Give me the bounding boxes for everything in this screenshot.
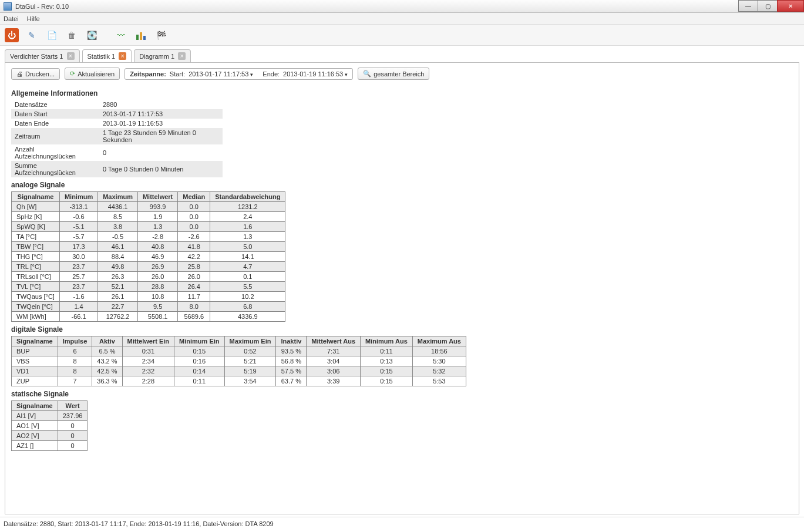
info-label: Anzahl Aufzeichnungslücken: [11, 144, 99, 161]
info-label: Datensätze: [11, 100, 99, 109]
value-cell: 56.8 %: [276, 356, 307, 366]
value-cell: 8: [58, 366, 92, 376]
column-header: Maximum Ein: [224, 336, 276, 346]
menu-help[interactable]: Hilfe: [27, 15, 40, 22]
value-cell: 12762.2: [98, 312, 138, 322]
trash-icon[interactable]: 🗑: [65, 28, 79, 42]
end-datetime-dropdown[interactable]: 2013-01-19 11:16:53: [283, 70, 348, 78]
print-label: Drucken...: [25, 70, 55, 78]
magnifier-icon: 🔍: [363, 70, 371, 78]
print-button[interactable]: 🖨 Drucken...: [11, 68, 60, 80]
value-cell: 26.0: [137, 272, 177, 282]
value-cell: 4336.9: [210, 312, 285, 322]
value-cell: 2.4: [210, 212, 285, 222]
section-static: statische Signale: [11, 390, 793, 398]
column-header: Inaktiv: [276, 336, 307, 346]
tab-statistik[interactable]: Statistik 1 ×: [82, 49, 132, 62]
value-cell: 9.5: [137, 302, 177, 312]
menu-file[interactable]: Datei: [4, 15, 19, 22]
signal-name-cell: TBW [°C]: [12, 242, 60, 252]
maximize-button[interactable]: ▢: [758, 0, 778, 12]
value-cell: 1.4: [59, 302, 97, 312]
value-cell: 0:14: [174, 366, 224, 376]
value-cell: 0:15: [174, 346, 224, 356]
table-row: TWQein [°C]1.422.79.58.06.8: [12, 302, 285, 312]
chevron-down-icon: [250, 70, 253, 78]
svg-rect-2: [143, 36, 146, 40]
column-header: Signalname: [12, 192, 60, 202]
value-cell: 10.8: [137, 292, 177, 302]
disk-icon[interactable]: 💽: [85, 28, 99, 42]
info-label: Daten Ende: [11, 119, 99, 128]
column-header: Maximum: [98, 192, 138, 202]
end-label: Ende:: [263, 70, 280, 78]
column-header: Aktiv: [92, 336, 122, 346]
full-range-button[interactable]: 🔍 gesamter Bereich: [358, 68, 429, 80]
column-header: Maximum Aus: [412, 336, 466, 346]
table-row: VBS843.2 %2:340:165:2156.8 %3:040:135:30: [12, 356, 466, 366]
signal-name-cell: AZ1 []: [12, 441, 58, 451]
section-analog: analoge Signale: [11, 181, 793, 189]
value-cell: 46.1: [98, 242, 138, 252]
value-cell: -313.1: [59, 202, 97, 212]
close-button[interactable]: ✕: [777, 0, 804, 12]
close-icon[interactable]: ×: [119, 52, 126, 60]
info-value: 1 Tage 23 Stunden 59 Minuten 0 Sekunden: [99, 128, 223, 144]
edit-icon[interactable]: ✎: [25, 28, 39, 42]
value-cell: 88.4: [98, 252, 138, 262]
value-cell: 1.6: [210, 222, 285, 232]
content-frame: 🖨 Drucken... ⟳ Aktualisieren Zeitspanne:…: [5, 62, 799, 514]
tab-label: Statistik 1: [88, 53, 116, 60]
column-header: Minimum: [59, 192, 97, 202]
column-header: Mittelwert Aus: [307, 336, 361, 346]
value-cell: 26.0: [178, 272, 210, 282]
wave-icon[interactable]: 〰: [114, 28, 128, 42]
tab-verdichter-starts[interactable]: Verdichter Starts 1 ×: [5, 49, 80, 62]
value-cell: 5:19: [224, 366, 276, 376]
value-cell: 1.9: [137, 212, 177, 222]
value-cell: 0: [58, 431, 88, 441]
value-cell: 22.7: [98, 302, 138, 312]
value-cell: 42.5 %: [92, 366, 122, 376]
close-icon[interactable]: ×: [67, 52, 75, 60]
value-cell: -2.8: [137, 232, 177, 242]
value-cell: 993.9: [137, 202, 177, 212]
value-cell: 23.7: [59, 282, 97, 292]
column-header: Impulse: [58, 336, 92, 346]
table-row: TVL [°C]23.752.128.826.45.5: [12, 282, 285, 292]
value-cell: 2:28: [122, 376, 174, 386]
power-icon[interactable]: ⏻: [5, 28, 19, 42]
scroll-area[interactable]: Allgemeine Informationen Datensätze2880D…: [5, 85, 799, 514]
column-header: Minimum Aus: [361, 336, 413, 346]
barchart-icon[interactable]: [134, 28, 148, 42]
value-cell: 40.8: [137, 242, 177, 252]
info-label: Summe Aufzeichnungslücken: [11, 161, 99, 177]
close-icon[interactable]: ×: [178, 52, 186, 60]
refresh-icon: ⟳: [70, 70, 75, 78]
table-row: AO1 [V]0: [12, 421, 88, 431]
value-cell: 0:11: [174, 376, 224, 386]
value-cell: 6.5 %: [92, 346, 122, 356]
value-cell: 7: [58, 376, 92, 386]
value-cell: 4436.1: [98, 202, 138, 212]
value-cell: -2.6: [178, 232, 210, 242]
end-value: 2013-01-19 11:16:53: [283, 70, 343, 78]
column-header: Wert: [58, 401, 88, 411]
signal-name-cell: VD1: [12, 366, 58, 376]
flag-icon[interactable]: 🏁: [154, 28, 168, 42]
export-icon[interactable]: 📄: [45, 28, 59, 42]
table-row: BUP66.5 %0:310:150:5293.5 %7:310:1118:56: [12, 346, 466, 356]
value-cell: 0: [58, 421, 88, 431]
digital-table: SignalnameImpulseAktivMittelwert EinMini…: [11, 336, 466, 386]
start-datetime-dropdown[interactable]: 2013-01-17 11:17:53: [189, 70, 253, 78]
value-cell: 5.0: [210, 242, 285, 252]
signal-name-cell: WM [kWh]: [12, 312, 60, 322]
column-header: Standardabweichung: [210, 192, 285, 202]
value-cell: 26.4: [178, 282, 210, 292]
value-cell: 25.8: [178, 262, 210, 272]
tab-diagramm[interactable]: Diagramm 1 ×: [134, 49, 191, 62]
minimize-button[interactable]: —: [738, 0, 758, 12]
main-toolbar: ⏻ ✎ 📄 🗑 💽 〰 🏁: [0, 25, 804, 46]
refresh-button[interactable]: ⟳ Aktualisieren: [65, 68, 120, 80]
value-cell: 5689.6: [178, 312, 210, 322]
